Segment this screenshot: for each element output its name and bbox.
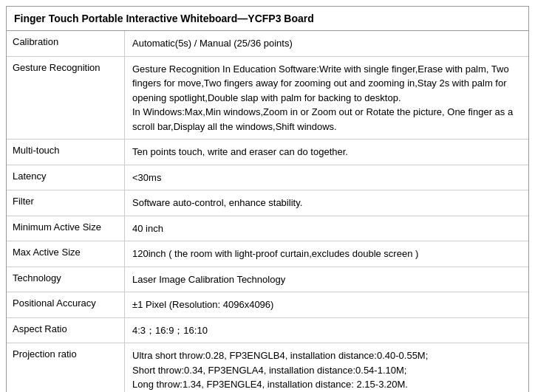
table-body: CalibrationAutomatic(5s) / Manual (25/36… (7, 31, 528, 392)
row-label: Multi-touch (7, 140, 125, 165)
row-label: Max Active Size (7, 241, 125, 267)
table-row: FilterSoftware auto-control, enhance sta… (7, 190, 528, 216)
row-value: <30ms (125, 165, 528, 190)
row-label: Minimum Active Size (7, 216, 125, 241)
row-label: Filter (7, 190, 125, 216)
row-label: Positional Accuracy (7, 292, 125, 317)
row-label: Technology (7, 267, 125, 292)
table-row: Gesture RecognitionGesture Recognition I… (7, 57, 528, 140)
table-row: TechnologyLaser Image Calibration Techno… (7, 267, 528, 293)
row-label: Calibration (7, 31, 125, 56)
row-value: Gesture Recognition In Education Softwar… (125, 57, 528, 140)
row-label: Projection ratio (7, 343, 125, 392)
table-title: Finger Touch Portable Interactive Whiteb… (7, 7, 528, 31)
row-label: Aspect Ratio (7, 318, 125, 343)
row-value: ±1 Pixel (Resolution: 4096x4096) (125, 292, 528, 317)
row-value: Automatic(5s) / Manual (25/36 points) (125, 31, 528, 56)
table-row: Max Active Size120inch ( the room with l… (7, 241, 528, 267)
row-label: Gesture Recognition (7, 57, 125, 140)
row-value: 40 inch (125, 216, 528, 241)
row-value: Ultra short throw:0.28, FP3ENGLB4, insta… (125, 343, 528, 392)
table-row: Positional Accuracy±1 Pixel (Resolution:… (7, 292, 528, 318)
table-row: Latency<30ms (7, 165, 528, 191)
table-row: Projection ratioUltra short throw:0.28, … (7, 343, 528, 392)
table-row: CalibrationAutomatic(5s) / Manual (25/36… (7, 31, 528, 57)
table-row: Minimum Active Size40 inch (7, 216, 528, 242)
spec-table: Finger Touch Portable Interactive Whiteb… (6, 6, 529, 392)
row-value: 120inch ( the room with light-proof curt… (125, 241, 528, 267)
row-value: Software auto-control, enhance stability… (125, 190, 528, 216)
table-row: Aspect Ratio4:3；16:9；16:10 (7, 318, 528, 344)
row-value: Laser Image Calibration Technology (125, 267, 528, 292)
row-value: 4:3；16:9；16:10 (125, 318, 528, 343)
row-value: Ten points touch, write and eraser can d… (125, 140, 528, 165)
table-row: Multi-touchTen points touch, write and e… (7, 140, 528, 165)
row-label: Latency (7, 165, 125, 190)
